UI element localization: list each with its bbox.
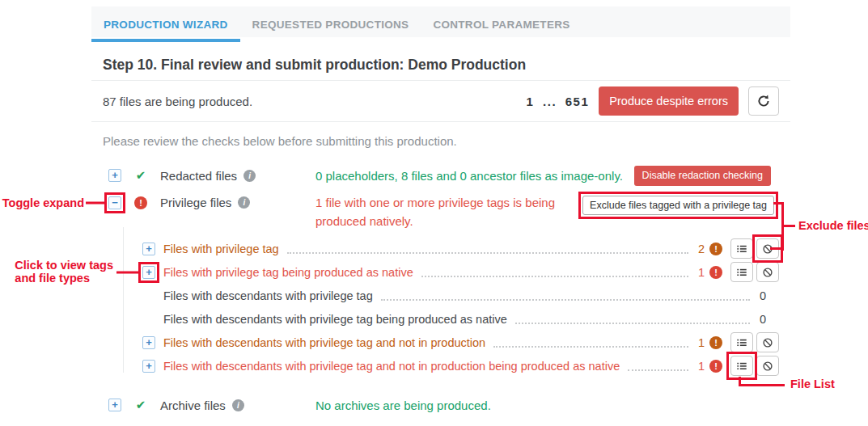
refresh-button[interactable] xyxy=(748,86,779,116)
warning-icon: ! xyxy=(709,243,722,255)
annotation-box-file-list-icon xyxy=(726,352,757,380)
page: PRODUCTION WIZARD REQUESTED PRODUCTIONS … xyxy=(0,0,868,426)
file-list-button[interactable] xyxy=(730,238,753,259)
dotted-leader xyxy=(493,346,688,348)
subrow-count: 1 xyxy=(697,360,705,373)
subrow-label: Files with descendants with privilege ta… xyxy=(163,360,620,373)
toolbar-right-group: 1 ... 651 Produce despite errors xyxy=(527,86,779,116)
dotted-leader xyxy=(381,299,750,301)
annotation-view-tags: Click to view tags and file types xyxy=(15,259,113,285)
heading-section: Step 10. Final review and submit product… xyxy=(91,42,790,81)
subrow-descendants-native: Files with descendants with privilege ta… xyxy=(108,307,779,331)
main-content: PRODUCTION WIZARD REQUESTED PRODUCTIONS … xyxy=(91,0,790,421)
exclude-files-button[interactable] xyxy=(756,262,779,282)
subrow-count: 1 xyxy=(697,336,705,349)
annotation-exclude-files: Exclude files xyxy=(798,219,868,232)
check-ok-icon: ✔ xyxy=(136,398,146,412)
subrow-label: Files with privilege tag xyxy=(163,243,279,255)
dotted-leader xyxy=(628,369,688,371)
check-row-redacted-files: + ✔ Redacted files i 0 placeholders, 8 f… xyxy=(108,159,779,192)
error-icon: ! xyxy=(709,266,722,279)
check-left: Toggle expand − ! Privilege files i xyxy=(108,196,315,209)
annotation-box-toggle-expand: Toggle expand − xyxy=(104,192,125,213)
info-icon[interactable]: i xyxy=(238,196,250,209)
check-message: No archives are being produced. xyxy=(315,399,491,412)
annotation-box-view-tags: Click to view tags and file types + xyxy=(138,262,159,283)
check-left: + ✔ Redacted files i xyxy=(108,168,315,183)
tab-bar: PRODUCTION WIZARD REQUESTED PRODUCTIONS … xyxy=(91,6,790,42)
error-icon: ! xyxy=(134,196,147,209)
subrow-label: Files with descendants with privilege ta… xyxy=(163,313,507,326)
subrow-count: 0 xyxy=(758,289,766,302)
review-note-row: Please review the checks below before su… xyxy=(91,122,790,159)
warning-icon: ! xyxy=(709,336,722,349)
annotation-box-exclude-button: Exclude files tagged with a privilege ta… xyxy=(578,192,778,219)
info-icon[interactable]: i xyxy=(243,170,256,182)
exclude-files-button[interactable] xyxy=(756,356,779,376)
subrow-count: 0 xyxy=(758,313,766,326)
check-label: Archive files xyxy=(160,399,226,412)
check-message: 1 file with one or more privilege tags i… xyxy=(315,193,582,231)
subrow-descendants-not-in-production: + Files with descendants with privilege … xyxy=(108,331,779,354)
review-note: Please review the checks below before su… xyxy=(103,134,457,148)
subrow-label: Files with privilege tag being produced … xyxy=(163,266,413,279)
expand-icon[interactable]: + xyxy=(142,360,155,373)
expand-icon[interactable]: + xyxy=(142,336,155,349)
annotation-line xyxy=(116,271,141,273)
expand-icon[interactable]: + xyxy=(142,243,155,255)
privilege-subchecks: + Files with privilege tag 2 ! xyxy=(108,237,779,377)
exclude-privilege-tag-button[interactable]: Exclude files tagged with a privilege ta… xyxy=(582,196,774,215)
tab-control-parameters[interactable]: CONTROL PARAMETERS xyxy=(421,6,582,42)
check-label: Privilege files xyxy=(160,196,231,209)
error-icon: ! xyxy=(709,360,722,373)
dotted-leader xyxy=(421,276,688,277)
expand-icon[interactable]: + xyxy=(108,169,121,182)
subrow-count: 2 xyxy=(697,243,705,255)
subrow-descendants-privilege-tag: Files with descendants with privilege ta… xyxy=(108,284,779,307)
info-icon[interactable]: i xyxy=(232,399,244,411)
subrow-count: 1 xyxy=(697,266,705,279)
check-label: Redacted files xyxy=(160,169,237,183)
annotation-toggle-expand: Toggle expand xyxy=(2,196,84,209)
files-summary-text: 87 files are being produced. xyxy=(103,95,252,108)
subrow-files-with-privilege-tag: + Files with privilege tag 2 ! xyxy=(108,237,779,260)
refresh-icon xyxy=(757,95,770,108)
subrow-label: Files with descendants with privilege ta… xyxy=(163,289,373,302)
tab-requested-productions[interactable]: REQUESTED PRODUCTIONS xyxy=(240,6,421,42)
pagination[interactable]: 1 ... 651 xyxy=(527,95,590,108)
checks-list: + ✔ Redacted files i 0 placeholders, 8 f… xyxy=(91,159,790,421)
dotted-leader xyxy=(287,252,688,254)
annotation-file-list: File List xyxy=(790,377,835,390)
subrow-privilege-tag-native: Click to view tags and file types + File… xyxy=(108,260,779,284)
dotted-leader xyxy=(515,323,750,324)
disable-redaction-checking-button[interactable]: Disable redaction checking xyxy=(634,166,771,186)
exclude-files-button[interactable] xyxy=(756,332,779,352)
expand-icon[interactable]: + xyxy=(142,266,155,279)
expand-icon[interactable]: + xyxy=(108,399,121,411)
file-list-button[interactable] xyxy=(730,332,753,352)
check-ok-icon: ✔ xyxy=(136,168,146,183)
check-left: + ✔ Archive files i xyxy=(108,398,315,412)
subrow-label: Files with descendants with privilege ta… xyxy=(163,336,485,349)
annotation-line xyxy=(86,201,107,204)
produce-despite-errors-button[interactable]: Produce despite errors xyxy=(599,86,739,116)
page-title: Step 10. Final review and submit product… xyxy=(103,57,779,74)
file-list-button[interactable] xyxy=(730,262,753,282)
files-summary-row: 87 files are being produced. 1 ... 651 P… xyxy=(91,81,790,122)
check-message: 0 placeholders, 8 files and 0 ancestor f… xyxy=(315,169,623,183)
check-row-archive-files: + ✔ Archive files i No archives are bein… xyxy=(108,389,779,421)
collapse-icon[interactable]: − xyxy=(108,196,121,209)
tab-production-wizard[interactable]: PRODUCTION WIZARD xyxy=(91,6,240,42)
file-list-button[interactable] xyxy=(730,356,753,376)
subrow-descendants-not-in-production-native: + Files with descendants with privilege … xyxy=(108,354,779,377)
check-row-privilege-files: Toggle expand − ! Privilege files i 1 fi… xyxy=(108,192,779,237)
